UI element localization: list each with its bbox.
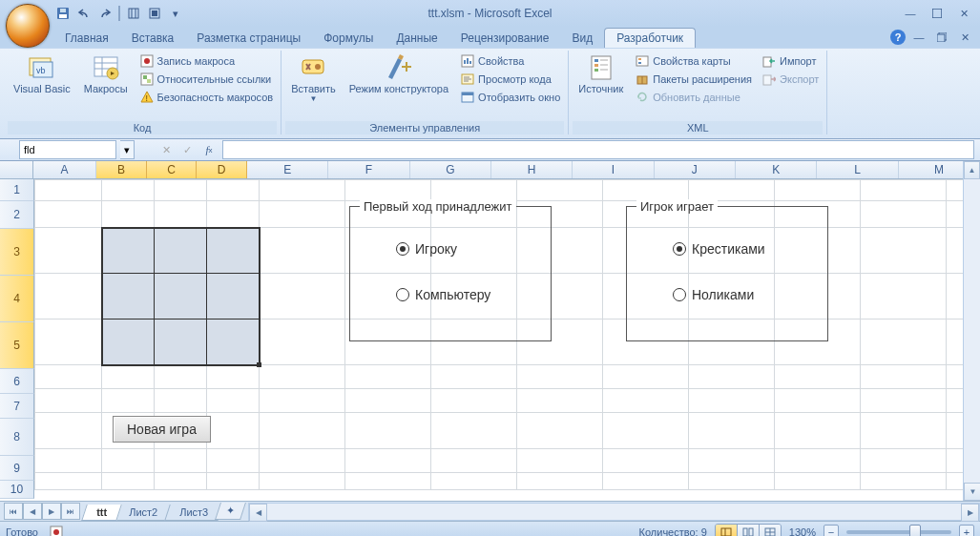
vertical-scrollbar[interactable]: ▲ ▼ (963, 161, 980, 501)
row-header[interactable]: 3 (0, 229, 34, 276)
scroll-up-icon[interactable]: ▲ (964, 161, 980, 179)
col-header[interactable]: I (573, 161, 654, 178)
close-icon[interactable]: ✕ (951, 4, 976, 23)
expansion-packs-button[interactable]: Пакеты расширения (631, 71, 756, 88)
qat-custom2-icon[interactable] (145, 4, 164, 23)
groupbox-first-move-option-1[interactable]: Компьютеру (396, 287, 490, 302)
insert-control-button[interactable]: Вставить▼ (285, 51, 342, 105)
row-header[interactable]: 4 (0, 276, 34, 322)
maximize-icon[interactable] (925, 4, 949, 23)
help-icon[interactable]: ? (890, 30, 906, 45)
tab-first-icon[interactable]: ⏮ (4, 503, 23, 520)
office-button[interactable] (6, 4, 50, 48)
name-box-dropdown-icon[interactable]: ▾ (120, 140, 135, 159)
refresh-data-button[interactable]: Обновить данные (631, 89, 756, 106)
groupbox-player-mark-option-1[interactable]: Ноликами (673, 287, 754, 302)
svg-rect-38 (594, 64, 598, 67)
row-header[interactable]: 9 (0, 456, 34, 481)
groupbox-player-mark-option-0[interactable]: Крестиками (673, 241, 765, 257)
mdi-restore-icon[interactable] (932, 29, 951, 46)
zoom-out-icon[interactable]: − (824, 525, 839, 536)
fill-handle[interactable] (257, 362, 261, 367)
zoom-slider[interactable] (846, 530, 951, 534)
ribbon-tab-4[interactable]: Данные (385, 29, 448, 48)
new-sheet-tab[interactable]: ✦ (215, 503, 246, 520)
col-header[interactable]: J (655, 161, 736, 178)
properties-button[interactable]: Свойства (456, 52, 564, 70)
view-page-break-icon[interactable] (760, 525, 781, 536)
view-page-layout-icon[interactable] (738, 525, 760, 536)
ribbon-tab-0[interactable]: Главная (53, 29, 120, 48)
tab-last-icon[interactable]: ⏭ (61, 503, 80, 520)
visual-basic-button[interactable]: vb Visual Basic (8, 51, 76, 96)
sheet-tab-1[interactable]: Лист2 (114, 505, 173, 521)
new-game-button[interactable]: Новая игра (113, 416, 211, 443)
zoom-thumb[interactable] (909, 525, 921, 536)
map-properties-button[interactable]: Свойства карты (631, 52, 756, 70)
view-normal-icon[interactable] (716, 525, 738, 536)
col-header[interactable]: D (197, 161, 247, 178)
import-button[interactable]: Импорт (758, 52, 823, 70)
col-header[interactable]: E (247, 161, 328, 178)
qat-custom1-icon[interactable] (124, 4, 143, 23)
scroll-left-icon[interactable]: ◀ (249, 504, 267, 522)
groupbox-first-move-option-0[interactable]: Игроку (396, 241, 457, 257)
row-header[interactable]: 10 (0, 481, 34, 499)
undo-icon[interactable] (74, 4, 94, 23)
radio-icon (673, 288, 686, 301)
col-header[interactable]: B (96, 161, 147, 178)
row-header[interactable]: 5 (0, 322, 34, 369)
scroll-down-icon[interactable]: ▼ (964, 483, 980, 501)
select-all-corner[interactable] (0, 161, 33, 178)
column-headers: ABCDEFGHIJKLM (0, 161, 980, 179)
row-header[interactable]: 8 (0, 419, 34, 456)
mdi-close-icon[interactable]: ✕ (955, 29, 974, 46)
run-dialog-label: Отобразить окно (478, 92, 560, 103)
tab-next-icon[interactable]: ▶ (42, 503, 61, 520)
ribbon-tab-6[interactable]: Вид (560, 29, 604, 48)
export-button[interactable]: Экспорт (758, 71, 823, 88)
macro-security-button[interactable]: !Безопасность макросов (136, 89, 278, 106)
zoom-in-icon[interactable]: + (959, 525, 974, 536)
col-header[interactable]: F (328, 161, 409, 178)
enter-icon: ✓ (178, 141, 196, 158)
row-header[interactable]: 7 (0, 394, 34, 419)
ribbon-tab-2[interactable]: Разметка страницы (185, 29, 312, 48)
col-header[interactable]: C (147, 161, 198, 178)
col-header[interactable]: L (817, 161, 898, 178)
row-header[interactable]: 1 (0, 179, 34, 201)
ribbon-tab-1[interactable]: Вставка (120, 29, 186, 48)
scroll-right-icon[interactable]: ▶ (961, 504, 979, 522)
ribbon-tab-5[interactable]: Рецензирование (449, 29, 561, 48)
mdi-minimize-icon[interactable]: — (909, 29, 928, 46)
macros-button[interactable]: Макросы (78, 51, 134, 96)
row-headers: 12345678910 (0, 179, 34, 499)
save-icon[interactable] (53, 4, 73, 23)
row-header[interactable]: 2 (0, 201, 34, 229)
col-header[interactable]: K (736, 161, 817, 178)
design-mode-button[interactable]: Режим конструктора (344, 51, 454, 96)
col-header[interactable]: G (410, 161, 491, 178)
run-dialog-button[interactable]: Отобразить окно (456, 89, 564, 106)
tab-prev-icon[interactable]: ◀ (23, 503, 42, 520)
formula-input[interactable] (222, 140, 974, 159)
view-code-button[interactable]: Просмотр кода (456, 71, 564, 88)
name-box[interactable]: fld (19, 140, 116, 159)
minimize-icon[interactable]: — (898, 4, 923, 23)
col-header[interactable]: A (33, 161, 97, 178)
qat-dropdown-icon[interactable]: ▾ (166, 4, 185, 23)
horizontal-scrollbar[interactable]: ◀ ▶ (248, 503, 980, 521)
macro-record-status-icon[interactable] (50, 526, 63, 536)
col-header[interactable]: H (491, 161, 573, 178)
grid[interactable]: Новая играПервый ход принадлежитИгрокуКо… (34, 179, 980, 489)
fx-icon[interactable]: fx (199, 141, 219, 158)
record-macro-button[interactable]: Запись макроса (136, 52, 278, 70)
row-header[interactable]: 6 (0, 369, 34, 394)
ribbon-tab-3[interactable]: Формулы (312, 29, 385, 48)
xml-source-button[interactable]: Источник (573, 51, 629, 96)
redo-icon[interactable] (95, 4, 115, 23)
zoom-level[interactable]: 130% (789, 526, 816, 536)
sheet-tab-0[interactable]: ttt (81, 505, 122, 521)
relative-refs-button[interactable]: Относительные ссылки (136, 71, 278, 88)
ribbon-tab-7[interactable]: Разработчик (604, 28, 696, 48)
